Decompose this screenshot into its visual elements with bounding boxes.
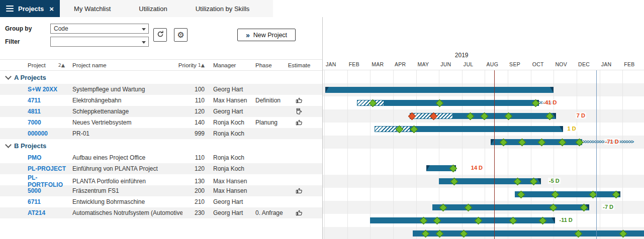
table-body: A ProjectsS+W 20XXSystempflege und Wartu… bbox=[0, 71, 322, 218]
gantt-bar[interactable] bbox=[370, 217, 555, 223]
menu-icon[interactable] bbox=[6, 6, 14, 12]
gantt-bar[interactable] bbox=[515, 191, 620, 197]
column-phase[interactable]: Phase bbox=[251, 62, 284, 68]
app-window: Projects × My Watchlist Utilization Util… bbox=[0, 0, 644, 239]
month-label: SEP bbox=[509, 61, 520, 67]
tab-utilization-by-skills[interactable]: Utilization by Skills bbox=[181, 0, 264, 17]
thumb-sideways-icon[interactable] bbox=[284, 108, 314, 115]
today-line bbox=[494, 70, 495, 239]
year-label: 2019 bbox=[455, 52, 469, 59]
column-project-name[interactable]: Project name bbox=[68, 62, 182, 68]
bar-end-cap-icon bbox=[550, 87, 554, 93]
gantt-bar[interactable] bbox=[384, 100, 539, 106]
month-label: FEB bbox=[624, 61, 634, 67]
project-code-link[interactable]: 5000 bbox=[28, 187, 68, 194]
gantt-bar-planned[interactable] bbox=[375, 126, 410, 132]
chevron-down-icon bbox=[5, 142, 12, 148]
project-priority: 200 bbox=[182, 187, 209, 194]
project-code-link[interactable]: PMO bbox=[28, 154, 68, 161]
table-row[interactable]: 7000Neues Vertriebsystem140Ronja KochPla… bbox=[0, 117, 322, 128]
project-manager: Georg Hart bbox=[209, 86, 251, 93]
close-icon[interactable]: × bbox=[49, 5, 54, 13]
table-row[interactable]: PL-PORTFOLIOPLANTA Portfolio einführen13… bbox=[0, 174, 322, 185]
project-code-link[interactable]: PL-PROJECT bbox=[28, 165, 68, 172]
gantt-bar[interactable] bbox=[325, 87, 554, 93]
column-priority[interactable]: Priority 1▲ bbox=[182, 62, 209, 68]
bar-delay-label: 14 D bbox=[470, 165, 484, 171]
project-code-link[interactable]: AT214 bbox=[28, 209, 68, 216]
project-phase: 0. Anfrage bbox=[251, 209, 284, 216]
table-row[interactable]: PMOAufbau eines Project Office110Ronja K… bbox=[0, 152, 322, 163]
table-row[interactable]: PL-PROJECTEinführung von PLANTA Project1… bbox=[0, 163, 322, 174]
project-priority: 210 bbox=[182, 198, 209, 205]
month-gridline bbox=[324, 70, 325, 239]
group-by-value: Code bbox=[54, 25, 68, 32]
gantt-bar[interactable] bbox=[410, 126, 563, 132]
project-name: Systempflege und Wartung bbox=[68, 86, 182, 93]
group-label: B Projects bbox=[14, 142, 46, 150]
month-gridline bbox=[416, 70, 417, 239]
settings-button[interactable]: ⚙ bbox=[174, 28, 188, 42]
table-row[interactable]: 4711Elektrohängebahn110Max HansenDefinit… bbox=[0, 95, 322, 106]
refresh-button[interactable] bbox=[153, 28, 167, 42]
new-project-label: New Project bbox=[253, 32, 287, 39]
tab-label: Utilization bbox=[139, 5, 167, 13]
bar-delay-label: -71 D bbox=[604, 139, 620, 145]
sort-badge: 2▲ bbox=[58, 62, 65, 68]
gantt-bar[interactable] bbox=[432, 204, 590, 210]
gantt-bar[interactable] bbox=[413, 230, 644, 236]
group-row[interactable]: B Projects bbox=[0, 139, 322, 152]
project-manager: Ronja Koch bbox=[209, 119, 251, 126]
project-name: Elektrohängebahn bbox=[68, 97, 182, 104]
thumbs-up-icon[interactable] bbox=[284, 209, 314, 216]
group-row[interactable]: A Projects bbox=[0, 71, 322, 84]
project-name: Entwicklung Bohrmaschine bbox=[68, 198, 182, 205]
bar-delay-label: -7 D bbox=[602, 204, 614, 210]
project-code-link[interactable]: 4811 bbox=[28, 108, 68, 115]
tab-projects[interactable]: Projects × bbox=[0, 0, 60, 17]
column-project[interactable]: Project 2▲ bbox=[28, 62, 68, 68]
project-code-link[interactable]: PL-PORTFOLIO bbox=[28, 174, 68, 188]
table-row[interactable]: 6711Entwicklung Bohrmaschine210Georg Har… bbox=[0, 196, 322, 207]
project-priority: 140 bbox=[182, 119, 209, 126]
group-by-select[interactable]: Code bbox=[50, 24, 149, 34]
tab-projects-label: Projects bbox=[18, 5, 44, 13]
thumbs-up-icon[interactable] bbox=[284, 97, 314, 104]
bar-start-cap-icon bbox=[426, 165, 430, 171]
bar-delay-label: -11 D bbox=[559, 217, 574, 223]
project-code-link[interactable]: 4711 bbox=[28, 97, 68, 104]
project-code-link[interactable]: 6711 bbox=[28, 198, 68, 205]
month-label: OCT bbox=[532, 61, 544, 67]
group-by-label: Group by bbox=[5, 25, 32, 32]
table-row[interactable]: 5000Fräszentrum FS1200Max Hansen bbox=[0, 185, 322, 196]
column-project-label: Project bbox=[28, 62, 46, 68]
table-row[interactable]: 4811Schleppkettenanlage120Georg Hart bbox=[0, 106, 322, 117]
thumbs-up-icon[interactable] bbox=[284, 187, 314, 194]
project-code-link[interactable]: S+W 20XX bbox=[28, 86, 68, 93]
project-code-link[interactable]: 000000 bbox=[28, 130, 68, 137]
month-gridline bbox=[600, 70, 600, 239]
chevron-down-icon bbox=[142, 28, 146, 31]
table-row[interactable]: AT214Automatisches Notrufsystem (Automot… bbox=[0, 207, 322, 218]
filter-label: Filter bbox=[5, 38, 20, 45]
tab-label: Utilization by Skills bbox=[196, 5, 250, 13]
project-priority: 120 bbox=[182, 165, 209, 172]
gantt-timescale: 2019JANFEBMARAPRMAYJUNJULAUGSEPOCTNOVDEC… bbox=[323, 17, 644, 70]
thumbs-up-icon[interactable] bbox=[284, 119, 314, 126]
project-name: PR-01 bbox=[68, 130, 182, 137]
table-row[interactable]: S+W 20XXSystempflege und Wartung100Georg… bbox=[0, 84, 322, 95]
project-priority: 130 bbox=[182, 178, 209, 185]
tab-my-watchlist[interactable]: My Watchlist bbox=[60, 0, 125, 17]
project-manager: Georg Hart bbox=[209, 108, 251, 115]
filter-select[interactable] bbox=[50, 37, 149, 47]
table-row[interactable]: 000000PR-01999Ronja Koch bbox=[0, 128, 322, 139]
month-label: JAN bbox=[601, 61, 612, 67]
project-priority: 110 bbox=[182, 154, 209, 161]
column-estimate[interactable]: Estimate bbox=[284, 62, 314, 68]
bar-delay-label: -5 D bbox=[548, 178, 561, 184]
tab-utilization[interactable]: Utilization bbox=[125, 0, 181, 17]
month-label: JUN bbox=[440, 61, 451, 67]
new-project-button[interactable]: » New Project bbox=[237, 29, 296, 41]
project-code-link[interactable]: 7000 bbox=[28, 119, 68, 126]
column-manager[interactable]: Manager bbox=[209, 62, 251, 68]
